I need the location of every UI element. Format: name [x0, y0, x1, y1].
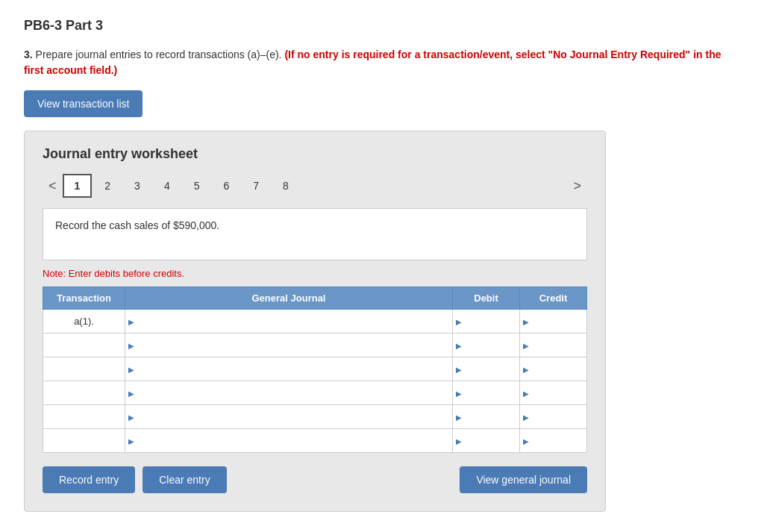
- page-title: PB6-3 Part 3: [24, 18, 740, 34]
- credit-input-3[interactable]: [520, 357, 586, 381]
- table-row: [43, 429, 587, 453]
- debit-input-1[interactable]: [453, 310, 519, 333]
- journal-cell-3[interactable]: [125, 357, 453, 381]
- journal-cell-4[interactable]: [125, 381, 453, 405]
- journal-input-3[interactable]: [125, 357, 452, 381]
- debit-cell-5[interactable]: [453, 405, 520, 429]
- credit-input-1[interactable]: [520, 310, 586, 333]
- record-entry-button[interactable]: Record entry: [43, 466, 135, 493]
- journal-input-4[interactable]: [125, 381, 452, 404]
- debit-cell-2[interactable]: [453, 334, 520, 357]
- transaction-cell-2: [43, 334, 125, 357]
- table-row: [43, 381, 587, 405]
- tab-5[interactable]: 5: [183, 175, 211, 197]
- transaction-cell-4: [43, 381, 125, 405]
- credit-cell-2[interactable]: [520, 334, 587, 357]
- col-header-general-journal: General Journal: [125, 287, 453, 310]
- debit-input-3[interactable]: [453, 357, 519, 381]
- worksheet-container: Journal entry worksheet < 1 2 3 4 5 6 7 …: [24, 131, 606, 512]
- transaction-cell-6: [43, 429, 125, 453]
- credit-cell-6[interactable]: [520, 429, 587, 453]
- worksheet-title: Journal entry worksheet: [43, 146, 587, 162]
- credit-input-2[interactable]: [520, 334, 586, 357]
- journal-cell-5[interactable]: [125, 405, 453, 429]
- tab-1[interactable]: 1: [63, 174, 93, 198]
- debit-input-2[interactable]: [453, 334, 519, 357]
- transaction-cell-3: [43, 357, 125, 381]
- tab-8[interactable]: 8: [272, 175, 300, 197]
- tab-prev-arrow[interactable]: <: [43, 175, 63, 197]
- journal-cell-2[interactable]: [125, 334, 453, 357]
- credit-cell-3[interactable]: [520, 357, 587, 381]
- col-header-debit: Debit: [453, 287, 520, 310]
- clear-entry-button[interactable]: Clear entry: [143, 466, 226, 493]
- credit-input-4[interactable]: [520, 381, 586, 404]
- debit-input-4[interactable]: [453, 381, 519, 404]
- table-row: a(1).: [43, 310, 587, 334]
- journal-table: Transaction General Journal Debit Credit…: [43, 287, 587, 453]
- instruction-text: 3. Prepare journal entries to record tra…: [24, 47, 740, 78]
- journal-input-2[interactable]: [125, 334, 452, 357]
- col-header-transaction: Transaction: [43, 287, 125, 310]
- journal-input-5[interactable]: [125, 405, 452, 428]
- debit-input-5[interactable]: [453, 405, 519, 428]
- journal-cell-1[interactable]: [125, 310, 453, 334]
- tab-2[interactable]: 2: [93, 175, 122, 197]
- journal-cell-6[interactable]: [125, 429, 453, 453]
- tab-3[interactable]: 3: [123, 175, 151, 197]
- table-row: [43, 405, 587, 429]
- credit-input-5[interactable]: [520, 405, 586, 428]
- view-general-journal-button[interactable]: View general journal: [460, 466, 587, 493]
- tab-next-arrow[interactable]: >: [567, 175, 587, 197]
- note-text: Note: Enter debits before credits.: [43, 268, 587, 279]
- debit-cell-3[interactable]: [453, 357, 520, 381]
- tab-4[interactable]: 4: [153, 175, 181, 197]
- tab-7[interactable]: 7: [242, 175, 270, 197]
- debit-input-6[interactable]: [453, 429, 519, 452]
- transaction-cell-5: [43, 405, 125, 429]
- button-row: Record entry Clear entry View general jo…: [43, 466, 587, 493]
- tab-6[interactable]: 6: [213, 175, 241, 197]
- credit-input-6[interactable]: [520, 429, 586, 452]
- journal-input-6[interactable]: [125, 429, 452, 452]
- credit-cell-4[interactable]: [520, 381, 587, 405]
- debit-cell-1[interactable]: [453, 310, 520, 334]
- debit-cell-4[interactable]: [453, 381, 520, 405]
- credit-cell-5[interactable]: [520, 405, 587, 429]
- transaction-cell-1: a(1).: [43, 310, 125, 334]
- table-row: [43, 357, 587, 381]
- col-header-credit: Credit: [520, 287, 587, 310]
- debit-cell-6[interactable]: [453, 429, 520, 453]
- tab-navigation: < 1 2 3 4 5 6 7 8 >: [43, 174, 587, 198]
- journal-input-1[interactable]: [125, 310, 452, 333]
- view-transaction-button[interactable]: View transaction list: [24, 90, 143, 117]
- transaction-description: Record the cash sales of $590,000.: [43, 208, 587, 260]
- credit-cell-1[interactable]: [520, 310, 587, 334]
- table-row: [43, 334, 587, 357]
